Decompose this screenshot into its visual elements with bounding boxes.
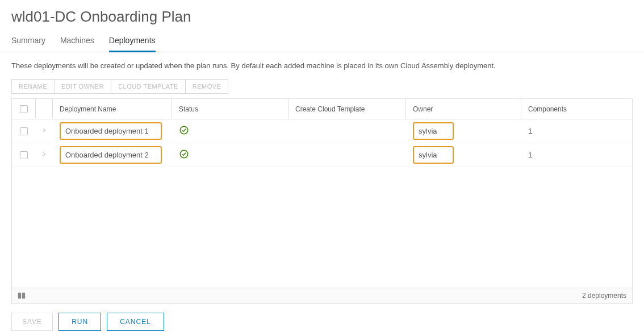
row-status-cell <box>172 143 288 167</box>
owner-text: sylvia <box>419 127 437 135</box>
owner-highlight: sylvia <box>413 122 454 140</box>
edit-owner-button[interactable]: EDIT OWNER <box>55 79 111 94</box>
deployment-name-text: Onboarded deployment 2 <box>65 151 149 159</box>
row-count-label: 2 deployments <box>582 292 626 300</box>
select-all-checkbox[interactable] <box>20 105 28 113</box>
row-template-cell <box>288 119 406 143</box>
header-cloud-template[interactable]: Create Cloud Template <box>288 99 406 119</box>
owner-text: sylvia <box>419 151 437 159</box>
deployment-name-highlight: Onboarded deployment 2 <box>60 146 162 164</box>
owner-highlight: sylvia <box>413 146 454 164</box>
svg-point-0 <box>180 126 188 134</box>
action-bar: RENAME EDIT OWNER CLOUD TEMPLATE REMOVE <box>0 79 644 98</box>
svg-point-1 <box>180 150 188 158</box>
table-footer: 2 deployments <box>12 288 632 303</box>
table-body: Onboarded deployment 1 sylvia 1 <box>12 119 632 288</box>
row-template-cell <box>288 143 406 167</box>
rename-button[interactable]: RENAME <box>11 79 55 94</box>
select-all-cell <box>12 99 36 119</box>
tabs-bar: Summary Machines Deployments <box>0 31 644 52</box>
row-name-cell: Onboarded deployment 2 <box>53 143 172 167</box>
check-circle-icon <box>179 149 189 161</box>
cancel-button[interactable]: CANCEL <box>107 313 164 331</box>
header-status[interactable]: Status <box>172 99 288 119</box>
check-circle-icon <box>179 125 189 137</box>
deployment-name-text: Onboarded deployment 1 <box>65 127 149 135</box>
cloud-template-button[interactable]: CLOUD TEMPLATE <box>111 79 186 94</box>
expand-header <box>36 99 53 119</box>
column-toggle-icon[interactable] <box>18 292 26 300</box>
header-deployment-name[interactable]: Deployment Name <box>53 99 172 119</box>
row-status-cell <box>172 119 288 143</box>
row-select-cell <box>12 143 36 167</box>
table-row[interactable]: Onboarded deployment 1 sylvia 1 <box>12 119 632 143</box>
chevron-right-icon[interactable] <box>41 127 48 135</box>
save-button[interactable]: SAVE <box>11 313 53 331</box>
header-owner[interactable]: Owner <box>406 99 521 119</box>
row-expand-cell <box>36 143 53 167</box>
table-row[interactable]: Onboarded deployment 2 sylvia 1 <box>12 143 632 167</box>
bottom-button-bar: SAVE RUN CANCEL <box>0 304 644 336</box>
svg-rect-2 <box>18 293 21 299</box>
row-select-cell <box>12 119 36 143</box>
chevron-right-icon[interactable] <box>41 151 48 159</box>
row-checkbox[interactable] <box>20 151 28 159</box>
row-owner-cell: sylvia <box>406 143 521 167</box>
run-button[interactable]: RUN <box>58 313 101 331</box>
page-title: wld01-DC Onboarding Plan <box>0 0 644 31</box>
tab-description: These deployments will be created or upd… <box>0 52 644 79</box>
row-components-cell: 1 <box>521 119 632 143</box>
deployments-table: Deployment Name Status Create Cloud Temp… <box>11 98 633 304</box>
deployment-name-highlight: Onboarded deployment 1 <box>60 122 162 140</box>
tab-deployments[interactable]: Deployments <box>109 31 156 52</box>
table-header: Deployment Name Status Create Cloud Temp… <box>12 99 632 119</box>
row-expand-cell <box>36 119 53 143</box>
row-checkbox[interactable] <box>20 127 28 135</box>
remove-button[interactable]: REMOVE <box>186 79 229 94</box>
row-components-cell: 1 <box>521 143 632 167</box>
tab-machines[interactable]: Machines <box>60 31 94 52</box>
tab-summary[interactable]: Summary <box>11 31 45 52</box>
header-components[interactable]: Components <box>521 99 632 119</box>
svg-rect-3 <box>22 293 25 299</box>
row-name-cell: Onboarded deployment 1 <box>53 119 172 143</box>
row-owner-cell: sylvia <box>406 119 521 143</box>
